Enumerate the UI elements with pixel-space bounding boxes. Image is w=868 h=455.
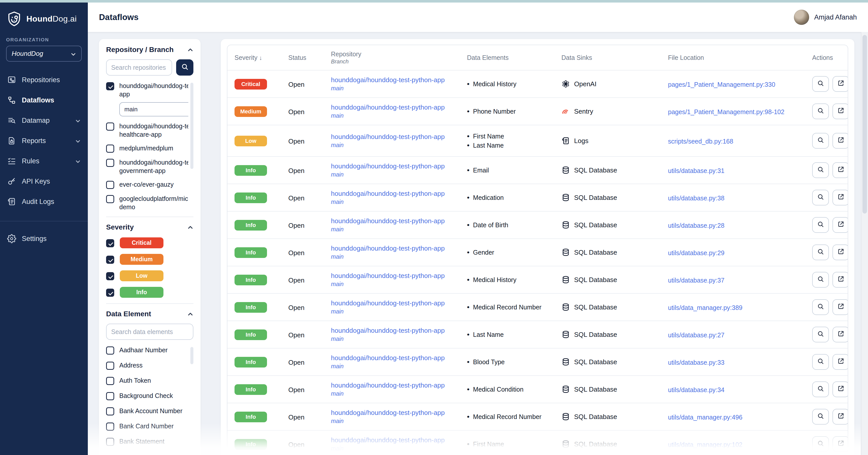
column-header-status[interactable]: Status	[288, 54, 331, 61]
file-location-link[interactable]: pages/1_Patient_Management.py:98-102	[668, 108, 784, 116]
checkbox[interactable]	[106, 181, 114, 189]
sidebar-item-settings[interactable]: Settings	[0, 229, 88, 249]
inspect-button[interactable]	[812, 272, 829, 288]
sidebar-item-api-keys[interactable]: API Keys	[0, 171, 88, 192]
data-element-filter-item[interactable]: Auth Token	[106, 377, 188, 385]
open-external-button[interactable]	[833, 436, 848, 452]
file-location-link[interactable]: utils/database.py:38	[668, 195, 724, 202]
repository-filter-item[interactable]: medplum/medplum	[106, 144, 188, 153]
open-external-button[interactable]	[833, 382, 848, 397]
file-location-link[interactable]: utils/data_manager.py:102	[668, 441, 742, 448]
filter-section-data-element-header[interactable]: Data Element	[106, 310, 193, 318]
file-location-link[interactable]: utils/database.py:37	[668, 277, 724, 284]
inspect-button[interactable]	[812, 217, 829, 233]
data-element-filter-item[interactable]: Address	[106, 361, 188, 370]
inspect-button[interactable]	[812, 103, 829, 119]
inspect-button[interactable]	[812, 327, 829, 343]
open-external-button[interactable]	[833, 76, 848, 92]
column-header-file-location[interactable]: File Location	[668, 54, 812, 61]
checkbox[interactable]	[106, 362, 114, 370]
severity-filter-item[interactable]: Info	[106, 287, 193, 298]
branch-link[interactable]: main	[331, 308, 467, 315]
filter-section-repository-header[interactable]: Repository / Branch	[106, 46, 193, 54]
severity-badge-medium[interactable]: Medium	[120, 254, 163, 265]
branch-link[interactable]: main	[331, 142, 467, 149]
checkbox[interactable]	[106, 239, 114, 247]
data-element-list-scrollbar[interactable]	[190, 347, 193, 364]
sidebar-item-datamap[interactable]: Datamap	[0, 110, 88, 131]
user-menu[interactable]: Amjad Afanah	[794, 10, 857, 25]
checkbox[interactable]	[106, 438, 114, 446]
repository-filter-item[interactable]: hounddogai/hounddog-test-python-app	[106, 82, 188, 98]
file-location-link[interactable]: pages/1_Patient_Management.py:330	[668, 81, 775, 88]
sidebar-item-reports[interactable]: Reports	[0, 131, 88, 151]
checkbox[interactable]	[106, 407, 114, 416]
severity-badge-low[interactable]: Low	[120, 270, 163, 281]
repository-filter-item[interactable]: googlecloudplatform/microservices-demo	[106, 195, 188, 211]
page-scrollbar-thumb[interactable]	[862, 35, 867, 214]
open-external-button[interactable]	[833, 217, 848, 233]
inspect-button[interactable]	[812, 409, 829, 425]
severity-badge-critical[interactable]: Critical	[120, 237, 163, 248]
file-location-link[interactable]: utils/database.py:28	[668, 222, 724, 229]
column-header-data-sinks[interactable]: Data Sinks	[561, 54, 668, 61]
repository-filter-item[interactable]: ever-co/ever-gauzy	[106, 180, 188, 189]
repository-link[interactable]: hounddogai/hounddog-test-python-app	[331, 133, 467, 141]
open-external-button[interactable]	[833, 162, 848, 178]
repository-search-input[interactable]	[106, 59, 172, 75]
organization-select[interactable]: HoundDog	[6, 46, 82, 62]
severity-filter-item[interactable]: Critical	[106, 237, 193, 248]
checkbox[interactable]	[106, 392, 114, 400]
inspect-button[interactable]	[812, 133, 829, 149]
inspect-button[interactable]	[812, 436, 829, 452]
data-element-search-input[interactable]	[106, 324, 193, 340]
checkbox[interactable]	[106, 347, 114, 355]
branch-link[interactable]: main	[331, 281, 467, 288]
file-location-link[interactable]: utils/data_manager.py:389	[668, 304, 742, 311]
sidebar-item-dataflows[interactable]: Dataflows	[0, 90, 88, 110]
branch-link[interactable]: main	[331, 335, 467, 343]
open-external-button[interactable]	[833, 354, 848, 370]
checkbox[interactable]	[106, 256, 114, 264]
checkbox[interactable]	[106, 82, 114, 90]
file-location-link[interactable]: utils/data_manager.py:496	[668, 414, 742, 421]
repository-link[interactable]: hounddogai/hounddog-test-python-app	[331, 162, 467, 170]
data-element-filter-item[interactable]: Aadhaar Number	[106, 346, 188, 355]
inspect-button[interactable]	[812, 190, 829, 205]
repository-search-button[interactable]	[176, 59, 193, 75]
checkbox[interactable]	[106, 195, 114, 203]
branch-link[interactable]: main	[331, 445, 467, 452]
repository-link[interactable]: hounddogai/hounddog-test-python-app	[331, 76, 467, 84]
data-element-filter-item[interactable]: Bank Card Number	[106, 422, 188, 431]
repository-link[interactable]: hounddogai/hounddog-test-python-app	[331, 245, 467, 252]
page-scrollbar[interactable]	[861, 32, 868, 455]
open-external-button[interactable]	[833, 190, 848, 205]
inspect-button[interactable]	[812, 245, 829, 260]
severity-filter-item[interactable]: Low	[106, 270, 193, 281]
repository-link[interactable]: hounddogai/hounddog-test-python-app	[331, 272, 467, 280]
file-location-link[interactable]: utils/database.py:34	[668, 386, 724, 393]
repository-link[interactable]: hounddogai/hounddog-test-python-app	[331, 217, 467, 225]
repository-link[interactable]: hounddogai/hounddog-test-python-app	[331, 436, 467, 444]
open-external-button[interactable]	[833, 272, 848, 288]
branch-link[interactable]: main	[331, 390, 467, 397]
file-location-link[interactable]: utils/database.py:29	[668, 249, 724, 256]
inspect-button[interactable]	[812, 382, 829, 397]
repository-filter-item[interactable]: hounddogai/hounddog-test-government-app	[106, 158, 188, 175]
checkbox[interactable]	[106, 289, 114, 297]
checkbox[interactable]	[106, 272, 114, 280]
branch-link[interactable]: main	[331, 363, 467, 370]
data-element-filter-item[interactable]: Bank Account Number	[106, 407, 188, 416]
data-element-filter-item[interactable]: Background Check	[106, 392, 188, 400]
open-external-button[interactable]	[833, 103, 848, 119]
repository-link[interactable]: hounddogai/hounddog-test-python-app	[331, 382, 467, 389]
open-external-button[interactable]	[833, 245, 848, 260]
checkbox[interactable]	[106, 144, 114, 153]
inspect-button[interactable]	[812, 76, 829, 92]
repository-link[interactable]: hounddogai/hounddog-test-python-app	[331, 299, 467, 307]
open-external-button[interactable]	[833, 299, 848, 315]
repository-link[interactable]: hounddogai/hounddog-test-python-app	[331, 354, 467, 362]
branch-link[interactable]: main	[331, 199, 467, 205]
repository-link[interactable]: hounddogai/hounddog-test-python-app	[331, 409, 467, 417]
sidebar-item-rules[interactable]: Rules	[0, 151, 88, 171]
